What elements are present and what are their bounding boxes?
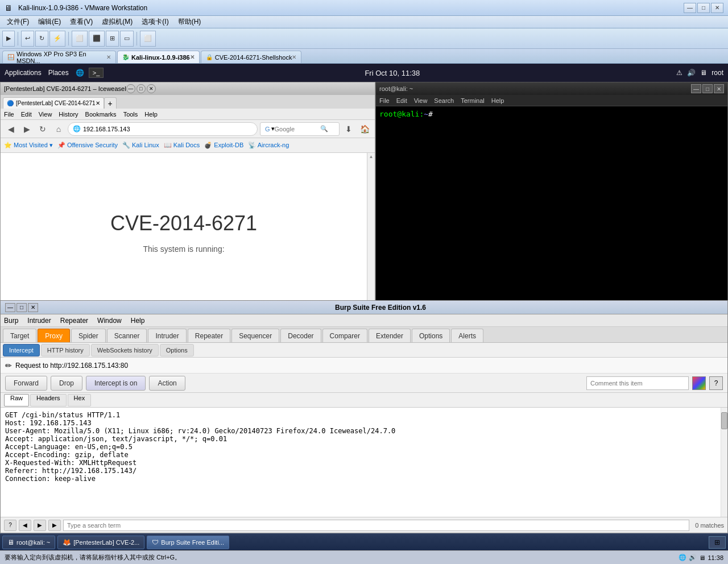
maximize-button[interactable]: □ bbox=[697, 3, 710, 13]
help-button[interactable]: ? bbox=[709, 376, 723, 390]
subtab-intercept[interactable]: Intercept bbox=[3, 344, 40, 356]
ff-menu-edit[interactable]: Edit bbox=[21, 111, 32, 118]
search-button[interactable]: 🔍 bbox=[320, 125, 328, 132]
firefox-minimize[interactable]: — bbox=[126, 84, 135, 93]
tab-options[interactable]: Options bbox=[412, 329, 450, 342]
term-menu-terminal[interactable]: Terminal bbox=[461, 97, 485, 104]
refresh-button[interactable]: ↻ bbox=[36, 122, 49, 136]
term-menu-search[interactable]: Search bbox=[434, 97, 454, 104]
tab-sequencer[interactable]: Sequencer bbox=[231, 329, 279, 342]
ff-menu-help[interactable]: Help bbox=[144, 111, 158, 118]
term-menu-view[interactable]: View bbox=[414, 97, 428, 104]
close-button[interactable]: ✕ bbox=[711, 3, 723, 13]
tab-target[interactable]: Target bbox=[3, 329, 36, 342]
burp-search-input[interactable] bbox=[63, 520, 689, 531]
burp-menu-burp[interactable]: Burp bbox=[4, 317, 18, 325]
bookmark-kali-docs[interactable]: 📖 Kali Docs bbox=[164, 142, 200, 149]
bookmark-exploit-db[interactable]: 💣 Exploit-DB bbox=[204, 142, 243, 149]
search-bar[interactable]: G ▾ 🔍 bbox=[260, 122, 340, 136]
power-button[interactable]: ▶ bbox=[2, 31, 15, 47]
home-button[interactable]: ⌂ bbox=[52, 122, 65, 136]
burp-menu-help[interactable]: Help bbox=[131, 317, 145, 325]
burp-request-content[interactable]: GET /cgi-bin/status HTTP/1.1 Host: 192.1… bbox=[1, 408, 727, 517]
toolbar-btn-1[interactable]: ↩ bbox=[21, 31, 34, 47]
vmware-tab-cve[interactable]: 🔒 CVE-2014-6271-Shellshock ✕ bbox=[201, 51, 302, 63]
taskbar-firefox[interactable]: 🦊 [PentesterLab] CVE-2... bbox=[57, 536, 144, 549]
terminal-maximize[interactable]: □ bbox=[702, 84, 713, 93]
action-button[interactable]: Action bbox=[149, 376, 185, 391]
toolbar-btn-4[interactable]: ⬜ bbox=[72, 31, 88, 47]
bookmark-aircrack[interactable]: 📡 Aircrack-ng bbox=[248, 142, 289, 149]
volume-icon[interactable]: 🔊 bbox=[687, 69, 696, 77]
tab-scanner[interactable]: Scanner bbox=[107, 329, 147, 342]
content-scrollbar[interactable] bbox=[721, 408, 727, 517]
cve-tab-close[interactable]: ✕ bbox=[292, 54, 296, 60]
firefox-tab-close[interactable]: ✕ bbox=[96, 100, 100, 106]
terminal-close[interactable]: ✕ bbox=[714, 84, 724, 93]
forward-button[interactable]: ▶ bbox=[20, 122, 34, 136]
term-menu-help[interactable]: Help bbox=[491, 97, 504, 104]
back-button[interactable]: ◀ bbox=[4, 122, 18, 136]
forward-button[interactable]: Forward bbox=[5, 376, 47, 391]
subtab-http-history[interactable]: HTTP history bbox=[41, 344, 90, 356]
firefox-new-tab[interactable]: + bbox=[104, 97, 117, 109]
ff-menu-view[interactable]: View bbox=[39, 111, 52, 118]
tab-repeater[interactable]: Repeater bbox=[188, 329, 230, 342]
tab-alerts[interactable]: Alerts bbox=[451, 329, 483, 342]
download-button[interactable]: ⬇ bbox=[342, 122, 355, 136]
menu-tabs[interactable]: 选项卡(I) bbox=[137, 16, 173, 28]
taskbar-burp[interactable]: 🛡 Burp Suite Free Editi... bbox=[147, 536, 229, 549]
search-next-button[interactable]: ▶ bbox=[34, 520, 46, 531]
burp-close[interactable]: ✕ bbox=[28, 303, 38, 312]
kali-terminal-icon[interactable]: >_ bbox=[89, 68, 104, 78]
taskbar-grid-icon[interactable]: ⊞ bbox=[709, 536, 726, 549]
firefox-maximize[interactable]: □ bbox=[136, 84, 146, 93]
burp-menu-intruder[interactable]: Intruder bbox=[27, 317, 51, 325]
burp-menu-window[interactable]: Window bbox=[97, 317, 122, 325]
menu-vm[interactable]: 虚拟机(M) bbox=[97, 16, 137, 28]
kali-places[interactable]: Places bbox=[48, 69, 69, 77]
search-help-button[interactable]: ? bbox=[4, 520, 16, 531]
bookmark-most-visited[interactable]: ⭐ Most Visited ▾ bbox=[4, 142, 53, 149]
format-tab-hex[interactable]: Hex bbox=[68, 394, 92, 407]
scrollbar-thumb[interactable] bbox=[721, 412, 727, 429]
color-picker-button[interactable] bbox=[692, 376, 706, 390]
menu-file[interactable]: 文件(F) bbox=[2, 16, 34, 28]
tab-intruder[interactable]: Intruder bbox=[148, 329, 186, 342]
bookmark-kali-linux[interactable]: 🔧 Kali Linux bbox=[122, 142, 159, 149]
intercept-on-button[interactable]: Intercept is on bbox=[86, 376, 146, 391]
format-tab-raw[interactable]: Raw bbox=[4, 394, 29, 407]
burp-menu-repeater[interactable]: Repeater bbox=[60, 317, 88, 325]
menu-view[interactable]: 查看(V) bbox=[65, 16, 97, 28]
tab-extender[interactable]: Extender bbox=[369, 329, 411, 342]
ff-menu-bookmarks[interactable]: Bookmarks bbox=[85, 111, 117, 118]
bookmark-offensive-security[interactable]: 📌 Offensive Security bbox=[57, 142, 118, 149]
firefox-main-tab[interactable]: 🔵 [PentesterLab] CVE-2014-6271 ✕ bbox=[3, 97, 104, 109]
bookmark-page-button[interactable]: 🏠 bbox=[358, 122, 371, 136]
menu-edit[interactable]: 编辑(E) bbox=[34, 16, 65, 28]
search-input[interactable] bbox=[275, 126, 320, 132]
ff-menu-tools[interactable]: Tools bbox=[123, 111, 138, 118]
vmware-tab-xp[interactable]: 🪟 Windows XP Pro SP3 En MSDN... ✕ bbox=[2, 51, 116, 63]
ff-menu-history[interactable]: History bbox=[59, 111, 78, 118]
search-prev-button[interactable]: ◀ bbox=[19, 520, 31, 531]
firefox-scrollbar[interactable]: ▲ ▼ bbox=[367, 153, 375, 312]
burp-minimize[interactable]: — bbox=[5, 303, 15, 312]
toolbar-btn-8[interactable]: ⬜ bbox=[140, 31, 156, 47]
vmware-tab-kali[interactable]: 🐉 Kali-linux-1.0.9-i386 ✕ bbox=[117, 51, 200, 63]
address-bar[interactable]: 🌐 192.168.175.143 bbox=[68, 122, 258, 136]
format-tab-headers[interactable]: Headers bbox=[30, 394, 67, 407]
firefox-close[interactable]: ✕ bbox=[147, 84, 156, 93]
drop-button[interactable]: Drop bbox=[51, 376, 82, 391]
terminal-content[interactable]: root@kali:~# bbox=[376, 106, 727, 320]
tab-proxy[interactable]: Proxy bbox=[38, 329, 70, 342]
xp-tab-close[interactable]: ✕ bbox=[106, 54, 111, 60]
toolbar-btn-7[interactable]: ▭ bbox=[120, 31, 134, 47]
tab-comparer[interactable]: Comparer bbox=[322, 329, 367, 342]
toolbar-btn-2[interactable]: ↻ bbox=[35, 31, 48, 47]
taskbar-terminal[interactable]: 🖥 root@kali: ~ bbox=[2, 536, 55, 549]
terminal-minimize[interactable]: — bbox=[691, 84, 701, 93]
kali-tab-close[interactable]: ✕ bbox=[190, 54, 195, 60]
tab-spider[interactable]: Spider bbox=[71, 329, 106, 342]
ff-menu-file[interactable]: File bbox=[4, 111, 14, 118]
